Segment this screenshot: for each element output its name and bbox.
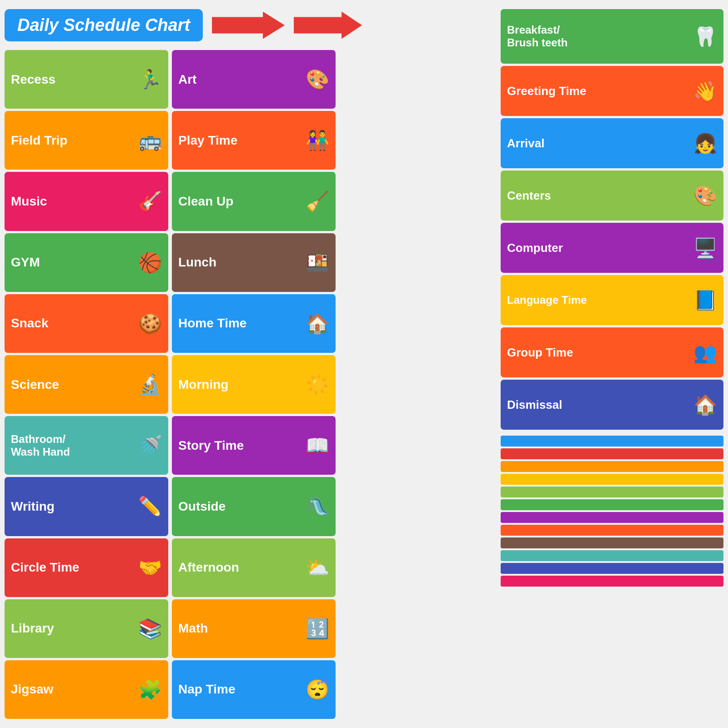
- card-centers-label: Centers: [507, 189, 551, 203]
- card-grouptime-label: Group Time: [507, 346, 573, 360]
- card-jigsaw: Jigsaw 🧩: [5, 660, 168, 719]
- card-lunch-label: Lunch: [178, 255, 216, 270]
- card-hometime: Home Time 🏠: [172, 294, 336, 353]
- card-fieldtrip: Field Trip 🚌: [5, 111, 168, 170]
- card-afternoon-icon: ⛅: [306, 557, 329, 579]
- page-title: Daily Schedule Chart: [17, 15, 190, 35]
- card-arrival-label: Arrival: [507, 136, 544, 151]
- strip-3: [501, 461, 723, 472]
- card-languagetime-label: Language Time: [507, 294, 587, 306]
- strip-2: [501, 448, 723, 459]
- card-recess: Recess 🏃‍♂️: [5, 50, 168, 109]
- card-computer-label: Computer: [507, 241, 563, 255]
- strip-8: [501, 525, 723, 536]
- card-snack: Snack 🍪: [5, 294, 168, 353]
- card-math: Math 🔢: [172, 599, 336, 658]
- card-library-label: Library: [11, 621, 54, 636]
- arrow-2: [294, 12, 362, 39]
- card-fieldtrip-icon: 🚌: [138, 129, 162, 151]
- card-lunch-icon: 🍱: [306, 251, 329, 274]
- card-library: Library 📚: [5, 599, 168, 658]
- card-jigsaw-icon: 🧩: [138, 678, 162, 701]
- card-naptime: Nap Time 😴: [172, 660, 336, 719]
- card-greetingtime-label: Greeting Time: [507, 84, 586, 98]
- card-jigsaw-label: Jigsaw: [11, 682, 53, 697]
- card-playtime-icon: 👫: [306, 129, 329, 151]
- title-box: Daily Schedule Chart: [5, 9, 203, 41]
- card-centers-icon: 🎨: [693, 185, 717, 207]
- card-circletime-label: Circle Time: [11, 560, 79, 575]
- card-science: Science 🔬: [5, 355, 168, 414]
- card-recess-label: Recess: [11, 72, 55, 87]
- card-greetingtime-icon: 👋: [693, 80, 717, 102]
- card-dismissal-label: Dismissal: [507, 398, 562, 412]
- card-bathroom-icon: 🚿: [138, 434, 162, 457]
- card-math-icon: 🔢: [306, 618, 329, 640]
- card-music-icon: 🎸: [138, 190, 162, 212]
- card-fieldtrip-label: Field Trip: [11, 133, 67, 148]
- card-gym-icon: 🏀: [138, 251, 162, 274]
- card-arrival: Arrival 👧: [501, 118, 723, 168]
- card-breakfast: Breakfast/Brush teeth 🦷: [501, 9, 723, 64]
- column-3: Breakfast/Brush teeth 🦷 Greeting Time 👋 …: [501, 9, 723, 587]
- card-writing-icon: ✏️: [138, 495, 162, 517]
- card-computer-icon: 🖥️: [693, 237, 717, 259]
- card-science-label: Science: [11, 377, 59, 392]
- card-science-icon: 🔬: [138, 373, 162, 396]
- card-languagetime: Language Time 📘: [501, 275, 723, 325]
- card-math-label: Math: [178, 621, 208, 636]
- strip-6: [501, 499, 723, 510]
- card-morning-icon: ☀️: [306, 373, 329, 396]
- card-music-label: Music: [11, 194, 47, 209]
- card-circletime-icon: 🤝: [138, 557, 162, 579]
- strip-1: [501, 436, 723, 447]
- card-dismissal-icon: 🏠: [693, 394, 717, 416]
- strip-9: [501, 537, 723, 548]
- card-gym-label: GYM: [11, 255, 40, 270]
- strip-5: [501, 487, 723, 497]
- card-storytime-label: Story Time: [178, 438, 244, 453]
- card-recess-icon: 🏃‍♂️: [138, 68, 162, 90]
- strip-11: [501, 563, 723, 574]
- card-hometime-icon: 🏠: [306, 312, 329, 335]
- strip-4: [501, 474, 723, 485]
- card-storytime-icon: 📖: [306, 434, 329, 457]
- card-art: Art 🎨: [172, 50, 336, 109]
- card-arrival-icon: 👧: [693, 132, 717, 155]
- card-gym: GYM 🏀: [5, 233, 168, 292]
- card-bathroom-label: Bathroom/Wash Hand: [11, 433, 70, 458]
- card-naptime-icon: 😴: [306, 678, 329, 701]
- card-snack-label: Snack: [11, 316, 49, 331]
- card-cleanup-icon: 🧹: [306, 190, 329, 212]
- column-1: Recess 🏃‍♂️ Field Trip 🚌 Music 🎸 GYM 🏀 S…: [5, 50, 168, 719]
- card-circletime: Circle Time 🤝: [5, 538, 168, 597]
- card-morning: Morning ☀️: [172, 355, 336, 414]
- card-languagetime-icon: 📘: [693, 289, 717, 311]
- arrow-1: [212, 12, 285, 39]
- card-bathroom: Bathroom/Wash Hand 🚿: [5, 416, 168, 475]
- card-grouptime: Group Time 👥: [501, 327, 723, 377]
- card-morning-label: Morning: [178, 377, 228, 392]
- card-playtime-label: Play Time: [178, 133, 237, 148]
- strip-10: [501, 550, 723, 561]
- card-centers: Centers 🎨: [501, 171, 723, 221]
- column-2: Art 🎨 Play Time 👫 Clean Up 🧹 Lunch 🍱 Hom…: [172, 50, 336, 719]
- card-breakfast-label: Breakfast/Brush teeth: [507, 24, 567, 49]
- card-art-label: Art: [178, 72, 196, 87]
- card-outside-icon: 🛝: [306, 495, 329, 517]
- card-computer: Computer 🖥️: [501, 223, 723, 273]
- card-library-icon: 📚: [138, 618, 162, 640]
- card-outside: Outside 🛝: [172, 477, 336, 536]
- card-cleanup-label: Clean Up: [178, 194, 233, 209]
- card-cleanup: Clean Up 🧹: [172, 172, 336, 231]
- card-afternoon-label: Afternoon: [178, 560, 239, 575]
- card-snack-icon: 🍪: [138, 312, 162, 335]
- card-writing-label: Writing: [11, 499, 55, 514]
- card-breakfast-icon: 🦷: [693, 25, 717, 48]
- color-strips: [501, 436, 723, 587]
- card-writing: Writing ✏️: [5, 477, 168, 536]
- card-music: Music 🎸: [5, 172, 168, 231]
- card-playtime: Play Time 👫: [172, 111, 336, 170]
- strip-12: [501, 576, 723, 587]
- card-naptime-label: Nap Time: [178, 682, 236, 697]
